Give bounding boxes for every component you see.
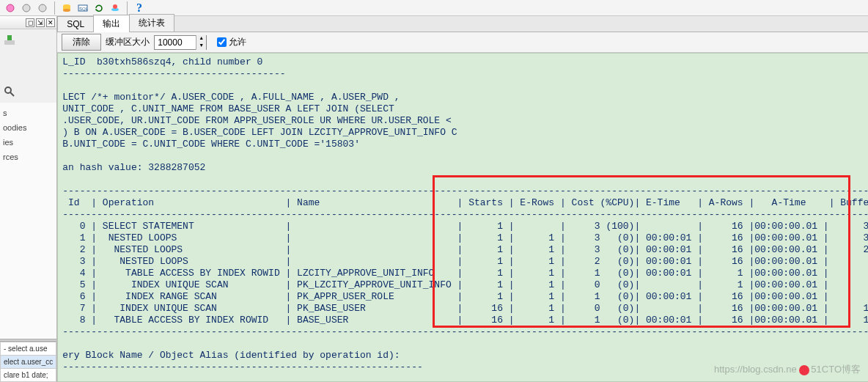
- plan-sql: UNIT_CODE , C.UNIT_NAME FROM BASE_USER A…: [62, 103, 394, 114]
- plan-footer: ery Block Name / Object Alias (identifie…: [62, 350, 400, 361]
- object-tree: s oodies ies rces: [0, 103, 56, 339]
- plan-sql: LECT /*+ monitor*/ A.USER_CODE , A.FULL_…: [62, 92, 400, 103]
- left-panel: ◻ ⇲ ✕ s oodies ies rces - select a.use e…: [0, 16, 57, 382]
- allow-checkbox-input[interactable]: [217, 37, 227, 47]
- plan-hline: ----------------------------------------…: [62, 326, 868, 337]
- tab-bar: SQL 输出 统计表: [57, 16, 868, 32]
- svg-point-5: [63, 9, 70, 12]
- sql-icon[interactable]: SQL: [76, 1, 90, 15]
- svg-rect-11: [7, 35, 12, 40]
- output-area[interactable]: L_ID b30txh586szq4, child number 0 -----…: [57, 53, 868, 382]
- tab-output[interactable]: 输出: [93, 15, 130, 32]
- spin-up-icon[interactable]: ▲: [196, 35, 206, 43]
- tree-item[interactable]: s: [1, 106, 55, 120]
- spin-down-icon[interactable]: ▼: [196, 43, 206, 50]
- svg-point-9: [113, 4, 117, 9]
- main-row: ◻ ⇲ ✕ s oodies ies rces - select a.use e…: [0, 16, 868, 382]
- allow-checkbox-label: 允许: [229, 36, 246, 48]
- plan-row: 1 | NESTED LOOPS | | 1 | 1 | 3 (0)| 00:0…: [62, 232, 868, 243]
- plan-sql: B.UNIT_CODE = C.UNIT_CODE WHERE C.UNIT_C…: [62, 139, 360, 150]
- buffer-size-input[interactable]: [155, 37, 196, 48]
- plan-row: 7 | INDEX UNIQUE SCAN | PK_BASE_USER | 1…: [62, 303, 868, 314]
- plan-hash: an hash value: 3288287052: [62, 162, 205, 173]
- plan-sql: ) B ON A.USER_CODE = B.USER_CODE LEFT JO…: [62, 127, 457, 138]
- search-icon[interactable]: [3, 85, 16, 98]
- plan-row: 2 | NESTED LOOPS | | 1 | 1 | 3 (0)| 00:0…: [62, 244, 868, 255]
- database-icon[interactable]: [59, 1, 74, 15]
- output-controls: 清除 缓冲区大小 ▲ ▼ 允许: [57, 32, 868, 53]
- svg-point-12: [5, 87, 11, 93]
- stop-icon[interactable]: [108, 1, 122, 15]
- app-root: SQL ? ◻ ⇲ ✕ s oodies ies rces - select a…: [0, 0, 868, 382]
- toolbar-icon-2[interactable]: [19, 1, 34, 15]
- plan-row: 4 | TABLE ACCESS BY INDEX ROWID | LZCITY…: [62, 268, 868, 279]
- buffer-size-spinner[interactable]: ▲ ▼: [154, 35, 207, 50]
- pin-button[interactable]: ⇲: [36, 18, 45, 27]
- toolbar-icon-3[interactable]: [35, 1, 50, 15]
- svg-line-13: [10, 92, 14, 96]
- plan-row: 5 | INDEX UNIQUE SCAN | PK_LZCITY_APPROV…: [62, 279, 868, 290]
- plan-row: 8 | TABLE ACCESS BY INDEX ROWID | BASE_U…: [62, 315, 868, 326]
- plan-line-id: L_ID b30txh586szq4, child number 0: [62, 56, 262, 67]
- dock-button[interactable]: ◻: [26, 18, 34, 27]
- plan-footer-dash: ----------------------------------------…: [62, 361, 422, 372]
- plan-hline: ----------------------------------------…: [62, 209, 868, 220]
- plan-row: 6 | INDEX RANGE SCAN | PK_APPR_USER_ROLE…: [62, 291, 868, 302]
- help-icon[interactable]: ?: [132, 1, 147, 15]
- history-row[interactable]: - select a.use: [0, 342, 56, 356]
- history-row[interactable]: elect a.user_cc: [0, 356, 56, 369]
- left-spacer: [0, 51, 56, 81]
- right-panel: SQL 输出 统计表 清除 缓冲区大小 ▲ ▼ 允许: [57, 16, 868, 382]
- left-panel-header: ◻ ⇲ ✕: [0, 16, 56, 29]
- svg-text:SQL: SQL: [79, 7, 89, 11]
- svg-point-2: [39, 4, 46, 12]
- history-panel: - select a.use elect a.user_cc clare b1 …: [0, 342, 56, 382]
- tree-item[interactable]: oodies: [1, 120, 55, 135]
- plan-dash: ---------------------------------------: [62, 68, 285, 79]
- connection-icon[interactable]: [3, 34, 16, 47]
- clear-button[interactable]: 清除: [62, 34, 101, 51]
- tree-item[interactable]: rces: [1, 150, 55, 164]
- buffer-size-label: 缓冲区大小: [106, 36, 150, 48]
- svg-point-1: [23, 4, 30, 12]
- plan-row: 0 | SELECT STATEMENT | | 1 | | 3 (100)| …: [62, 221, 868, 232]
- tree-item[interactable]: ies: [1, 135, 55, 150]
- allow-checkbox[interactable]: 允许: [217, 36, 246, 48]
- plan-hline: ----------------------------------------…: [62, 186, 868, 196]
- plan-header: Id | Operation | Name | Starts | E-Rows …: [62, 197, 868, 208]
- toolbar-icon-1[interactable]: [3, 1, 18, 15]
- close-button[interactable]: ✕: [46, 18, 55, 27]
- tab-sql[interactable]: SQL: [57, 16, 94, 32]
- plan-row: 3 | NESTED LOOPS | | 1 | 1 | 2 (0)| 00:0…: [62, 256, 868, 267]
- refresh-icon[interactable]: [92, 1, 106, 15]
- toolbar-separator: [54, 1, 55, 15]
- tab-stats[interactable]: 统计表: [129, 14, 174, 32]
- svg-rect-10: [4, 40, 15, 45]
- svg-point-0: [7, 4, 14, 12]
- history-row[interactable]: clare b1 date;: [0, 369, 56, 382]
- plan-sql: .USER_CODE, UR.UNIT_CODE FROM APPR_USER_…: [62, 115, 452, 126]
- toolbar-separator-2: [127, 1, 128, 15]
